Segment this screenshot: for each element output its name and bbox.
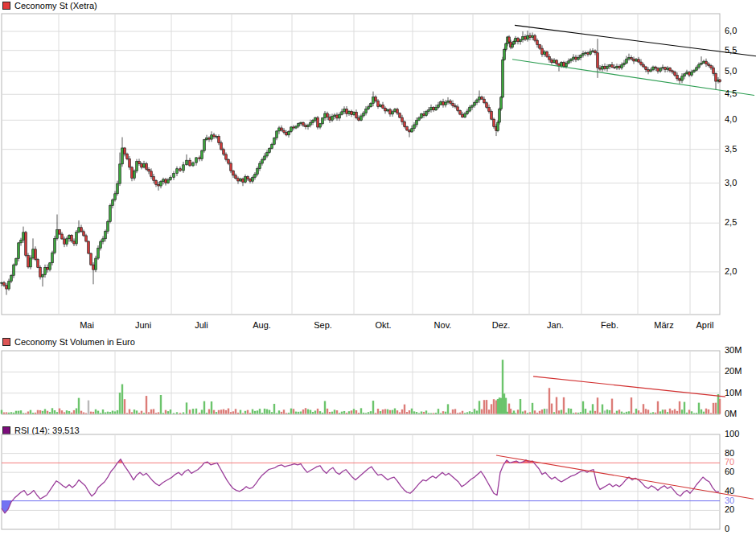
candle-body <box>66 239 68 245</box>
candle-body <box>39 267 42 277</box>
candle-body <box>339 114 341 118</box>
volume-bar <box>49 412 51 414</box>
volume-bar <box>183 412 184 414</box>
volume-bar <box>565 413 567 414</box>
volume-bar <box>165 410 166 414</box>
candle-body <box>539 45 541 49</box>
volume-bar <box>715 403 717 414</box>
candle-body <box>247 177 249 179</box>
volume-bar <box>176 412 178 414</box>
volume-bar <box>469 411 470 414</box>
candle-body <box>155 180 158 184</box>
volume-bar <box>235 409 236 414</box>
candle-body <box>520 39 522 41</box>
candle-body <box>244 177 247 183</box>
volume-bar <box>580 412 581 414</box>
month-label: Aug. <box>253 320 271 330</box>
candle-body <box>173 174 175 178</box>
candle-body <box>322 118 324 124</box>
volume-bar <box>341 412 343 414</box>
volume-bar <box>696 413 697 414</box>
volume-bar <box>442 411 444 414</box>
volume-bar <box>602 405 603 414</box>
volume-bar <box>539 411 540 414</box>
volume-bar <box>672 410 673 414</box>
volume-bar <box>657 401 659 414</box>
rsi-axis-label: 30 <box>725 496 734 505</box>
volume-bar <box>114 411 116 414</box>
volume-bar <box>105 413 106 414</box>
volume-bar <box>64 412 65 414</box>
volume-bar <box>375 413 376 414</box>
candle-body <box>71 235 73 241</box>
volume-bar <box>252 409 253 414</box>
candle-body <box>466 111 469 113</box>
volume-bar <box>394 409 396 414</box>
volume-bar <box>249 413 251 414</box>
volume-bar <box>488 409 490 414</box>
candle-body <box>3 282 6 285</box>
candle-body <box>230 163 232 171</box>
month-label: Sep. <box>314 320 332 330</box>
candle-body <box>363 113 365 116</box>
candle-body <box>582 54 585 56</box>
month-label: Okt. <box>375 320 391 330</box>
volume-bar <box>623 413 625 414</box>
volume-bar <box>218 410 220 414</box>
volume-bar <box>621 412 622 414</box>
volume-bar <box>293 409 294 414</box>
candle-body <box>112 200 114 205</box>
candle-body <box>633 59 635 61</box>
candle-body <box>220 143 223 150</box>
volume-bar <box>319 411 321 414</box>
month-label: Feb. <box>601 320 618 330</box>
candle-body <box>32 249 35 258</box>
volume-bar <box>380 411 381 414</box>
candle-body <box>597 53 599 68</box>
volume-bar <box>228 409 229 414</box>
volume-bar <box>652 412 654 414</box>
candle-body <box>524 37 527 39</box>
volume-bar <box>281 412 282 414</box>
candle-body <box>486 103 488 108</box>
candle-body <box>153 177 155 181</box>
candle-body <box>44 267 47 274</box>
volume-bar <box>353 409 355 414</box>
candle-body <box>276 131 278 138</box>
candle-body <box>228 159 230 163</box>
volume-bar <box>423 412 425 414</box>
candle-body <box>445 102 447 105</box>
volume-axis-label: 10M <box>725 388 742 397</box>
volume-bar <box>150 409 152 414</box>
month-label: Nov. <box>434 320 452 330</box>
candle-body <box>474 102 476 105</box>
candle-body <box>657 68 659 72</box>
candle-body <box>606 67 609 69</box>
volume-bar <box>290 409 292 414</box>
volume-bar <box>599 413 601 414</box>
volume-bar <box>73 410 75 414</box>
axis-labels-layer: MaiJuniJuliAug.Sep.Okt.Nov.Dez.Jan.Feb.M… <box>80 26 742 533</box>
rsi-axis-label: 40 <box>725 486 734 496</box>
volume-bar <box>189 409 191 414</box>
candle-body <box>370 103 372 106</box>
volume-bar <box>474 409 475 414</box>
candle-body <box>341 112 343 114</box>
volume-bar <box>355 410 357 414</box>
candle-body <box>618 66 621 68</box>
volume-bar <box>708 409 709 414</box>
candle-body <box>334 115 336 117</box>
volume-bar <box>669 409 671 414</box>
candle-body <box>411 129 413 132</box>
volume-bar <box>223 409 224 414</box>
candle-body <box>544 51 546 54</box>
candle-body <box>90 253 92 265</box>
volume-bar <box>351 410 352 414</box>
candle-body <box>631 57 633 59</box>
candle-body <box>719 80 721 81</box>
volume-bar <box>719 399 721 414</box>
volume-bar <box>27 412 29 414</box>
volume-bar <box>278 410 280 414</box>
volume-bar <box>42 411 43 414</box>
candle-body <box>314 117 317 120</box>
